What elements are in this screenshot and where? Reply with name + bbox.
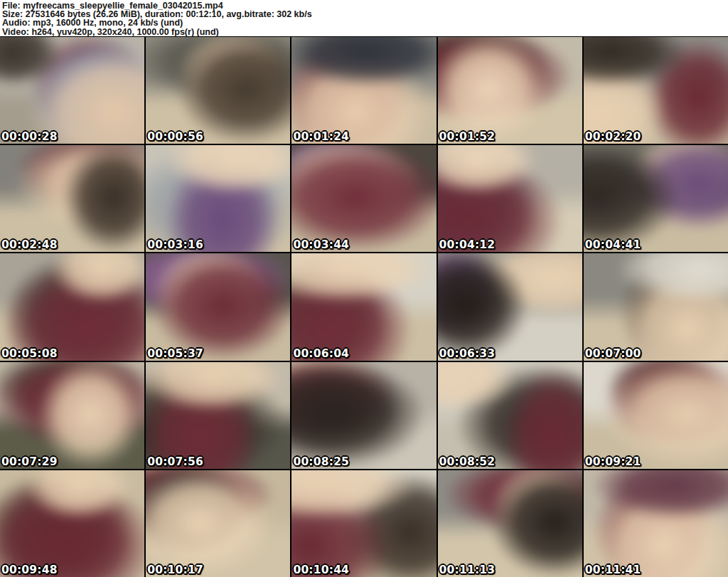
thumbnail-image-placeholder — [146, 362, 290, 469]
timestamp-label: 00:05:08 — [1, 347, 58, 360]
thumbnail-image-placeholder — [291, 145, 436, 252]
thumbnail-image-placeholder — [584, 37, 728, 144]
thumbnail-frame: 00:08:25 — [291, 362, 436, 469]
thumbnail-image-placeholder — [0, 37, 144, 144]
thumbnail-frame: 00:06:33 — [438, 253, 582, 360]
video-info-line: Video: h264, yuv420p, 320x240, 1000.00 f… — [2, 28, 725, 36]
thumbnail-image-placeholder — [438, 253, 582, 360]
thumbnail-frame: 00:10:17 — [146, 470, 290, 577]
thumbnail-frame: 00:05:08 — [0, 253, 144, 360]
thumbnail-image-placeholder — [438, 37, 582, 144]
thumbnail-frame: 00:03:44 — [291, 145, 436, 252]
thumbnail-image-placeholder — [0, 362, 144, 469]
thumbnail-image-placeholder — [0, 470, 144, 577]
thumbnail-grid: 00:00:2800:00:5600:01:2400:01:5200:02:20… — [0, 37, 728, 577]
timestamp-label: 00:02:20 — [585, 130, 641, 143]
thumbnail-image-placeholder — [584, 253, 728, 360]
timestamp-label: 00:04:12 — [439, 238, 496, 251]
thumbnail-image-placeholder — [146, 253, 290, 360]
timestamp-label: 00:07:29 — [1, 455, 58, 468]
timestamp-label: 00:10:44 — [293, 563, 349, 576]
video-contact-sheet: File: myfreecams_sleepyellie_female_0304… — [0, 0, 728, 577]
thumbnail-frame: 00:02:48 — [0, 145, 144, 252]
thumbnail-frame: 00:04:12 — [438, 145, 582, 252]
thumbnail-image-placeholder — [584, 470, 728, 577]
timestamp-label: 00:10:17 — [147, 563, 203, 576]
audio-info-line: Audio: mp3, 16000 Hz, mono, 24 kb/s (und… — [2, 18, 725, 27]
thumbnail-frame: 00:00:56 — [146, 37, 290, 144]
timestamp-label: 00:11:13 — [439, 563, 496, 576]
timestamp-label: 00:09:21 — [585, 455, 641, 468]
thumbnail-frame: 00:01:52 — [438, 37, 582, 144]
thumbnail-frame: 00:07:00 — [584, 253, 728, 360]
timestamp-label: 00:11:41 — [585, 563, 641, 576]
thumbnail-frame: 00:06:04 — [291, 253, 436, 360]
thumbnail-image-placeholder — [146, 470, 290, 577]
thumbnail-image-placeholder — [438, 470, 582, 577]
thumbnail-image-placeholder — [438, 362, 582, 469]
thumbnail-image-placeholder — [146, 145, 290, 252]
thumbnail-frame: 00:10:44 — [291, 470, 436, 577]
thumbnail-frame: 00:05:37 — [146, 253, 290, 360]
timestamp-label: 00:05:37 — [147, 347, 203, 360]
thumbnail-frame: 00:03:16 — [146, 145, 290, 252]
thumbnail-image-placeholder — [584, 362, 728, 469]
thumbnail-frame: 00:11:41 — [584, 470, 728, 577]
timestamp-label: 00:03:16 — [147, 238, 203, 251]
timestamp-label: 00:06:33 — [439, 347, 496, 360]
thumbnail-image-placeholder — [291, 362, 436, 469]
thumbnail-image-placeholder — [291, 470, 436, 577]
timestamp-label: 00:04:41 — [585, 238, 641, 251]
thumbnail-image-placeholder — [0, 145, 144, 252]
file-info-header: File: myfreecams_sleepyellie_female_0304… — [0, 0, 728, 36]
timestamp-label: 00:01:52 — [439, 130, 496, 143]
thumbnail-image-placeholder — [291, 253, 436, 360]
timestamp-label: 00:09:48 — [1, 563, 58, 576]
thumbnail-frame: 00:07:56 — [146, 362, 290, 469]
thumbnail-frame: 00:04:41 — [584, 145, 728, 252]
thumbnail-image-placeholder — [0, 253, 144, 360]
timestamp-label: 00:07:00 — [585, 347, 641, 360]
timestamp-label: 00:06:04 — [293, 347, 349, 360]
timestamp-label: 00:01:24 — [293, 130, 349, 143]
thumbnail-image-placeholder — [584, 145, 728, 252]
timestamp-label: 00:07:56 — [147, 455, 203, 468]
timestamp-label: 00:03:44 — [293, 238, 349, 251]
thumbnail-frame: 00:07:29 — [0, 362, 144, 469]
thumbnail-frame: 00:09:48 — [0, 470, 144, 577]
thumbnail-frame: 00:08:52 — [438, 362, 582, 469]
thumbnail-image-placeholder — [146, 37, 290, 144]
thumbnail-image-placeholder — [438, 145, 582, 252]
thumbnail-frame: 00:02:20 — [584, 37, 728, 144]
timestamp-label: 00:00:28 — [1, 130, 58, 143]
timestamp-label: 00:08:25 — [293, 455, 349, 468]
thumbnail-frame: 00:01:24 — [291, 37, 436, 144]
thumbnail-image-placeholder — [291, 37, 436, 144]
thumbnail-frame: 00:09:21 — [584, 362, 728, 469]
timestamp-label: 00:02:48 — [1, 238, 58, 251]
timestamp-label: 00:08:52 — [439, 455, 496, 468]
timestamp-label: 00:00:56 — [147, 130, 203, 143]
thumbnail-frame: 00:00:28 — [0, 37, 144, 144]
thumbnail-frame: 00:11:13 — [438, 470, 582, 577]
